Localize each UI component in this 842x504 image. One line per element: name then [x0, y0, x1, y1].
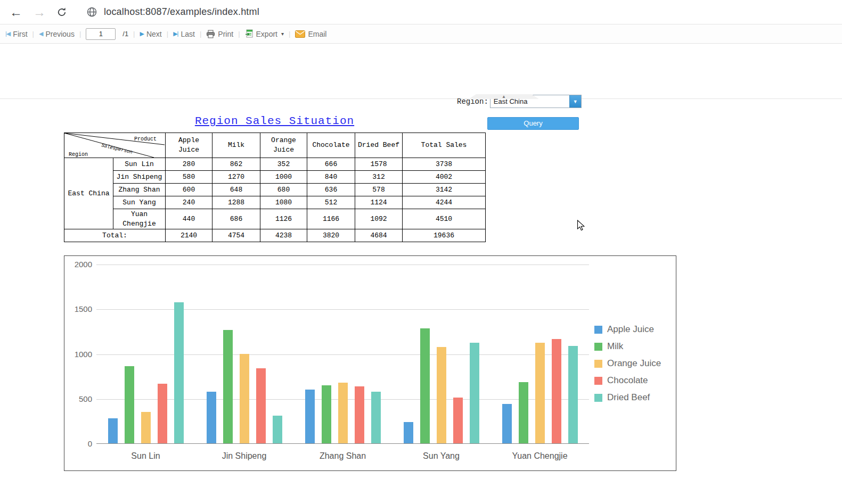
value-cell: 1124: [355, 196, 403, 209]
browser-back-icon[interactable]: ←: [10, 6, 22, 19]
previous-page-icon: ◀: [39, 30, 43, 37]
bar-dried-beef: [568, 346, 578, 443]
first-page-label: First: [13, 30, 27, 38]
y-axis-tick-label: 1000: [68, 350, 92, 359]
bar-milk: [223, 330, 233, 443]
category-label: Jin Shipeng: [195, 451, 293, 461]
address-bar[interactable]: localhost:8087/examples/index.html: [86, 6, 259, 18]
legend-label: Apple Juice: [607, 324, 654, 335]
value-cell: 648: [212, 184, 260, 196]
column-header: Milk: [212, 133, 260, 158]
bar-milk: [420, 328, 430, 443]
export-button[interactable]: Export ▾: [245, 29, 284, 38]
last-page-button[interactable]: ▶| Last: [173, 30, 195, 38]
bar-group: [96, 265, 195, 443]
bar-milk: [519, 382, 528, 443]
table-row: Zhang Shan6006486806365783142: [64, 184, 486, 196]
bar-chocolate: [158, 384, 167, 443]
bar-milk: [322, 385, 331, 443]
report-title-link[interactable]: Region Sales Situation: [64, 115, 485, 127]
bar-orange-juice: [437, 347, 446, 443]
export-caret-icon: ▾: [281, 31, 284, 37]
page-number-input[interactable]: [86, 28, 116, 40]
value-cell: 686: [212, 209, 260, 229]
value-cell: 512: [307, 196, 355, 209]
legend-item[interactable]: Orange Juice: [594, 358, 661, 369]
value-cell: 680: [260, 184, 307, 196]
column-header: Orange Juice: [260, 133, 307, 158]
corner-label-salesperson: Salesperson: [101, 143, 133, 155]
value-cell: 3142: [403, 184, 486, 196]
print-button[interactable]: Print: [206, 30, 233, 38]
export-label: Export: [256, 30, 277, 38]
printer-icon: [206, 30, 215, 38]
legend-item[interactable]: Apple Juice: [594, 324, 661, 335]
value-cell: 352: [260, 158, 307, 171]
value-cell: 440: [166, 209, 212, 229]
legend-label: Dried Beef: [607, 392, 650, 403]
bar-dried-beef: [470, 343, 479, 443]
legend-item[interactable]: Chocolate: [594, 375, 661, 386]
toolbar-separator: |: [167, 30, 168, 38]
category-label: Sun Yang: [392, 451, 491, 461]
value-cell: 1270: [212, 171, 260, 184]
bar-apple-juice: [108, 418, 118, 443]
toolbar-separator: |: [200, 30, 201, 38]
legend-swatch: [594, 343, 602, 351]
salesperson-cell: Zhang Shan: [113, 184, 166, 196]
sales-table: Product Salesperson Region Apple JuiceMi…: [64, 133, 486, 242]
total-value-cell: 4238: [260, 229, 307, 242]
bar-apple-juice: [502, 404, 512, 443]
bar-groups: [96, 265, 589, 443]
bar-chocolate: [256, 368, 266, 443]
salesperson-cell: Sun Yang: [113, 196, 166, 209]
next-page-button[interactable]: ▶ Next: [140, 30, 162, 38]
first-page-button[interactable]: |◀ First: [5, 30, 28, 38]
column-header: Total Sales: [403, 133, 486, 158]
print-label: Print: [218, 30, 233, 38]
table-header-row: Product Salesperson Region Apple JuiceMi…: [64, 133, 486, 158]
corner-label-product: Product: [134, 136, 157, 142]
value-cell: 4002: [403, 171, 486, 184]
export-icon: [245, 29, 254, 38]
y-axis-tick-label: 0: [68, 439, 92, 448]
value-cell: 600: [166, 184, 212, 196]
browser-refresh-icon[interactable]: [56, 7, 67, 18]
bar-group: [293, 265, 392, 443]
bar-orange-juice: [141, 412, 151, 443]
bar-dried-beef: [273, 416, 282, 443]
legend-label: Orange Juice: [607, 358, 661, 369]
total-value-cell: 2140: [166, 229, 212, 242]
table-row: East ChinaSun Lin28086235266615783738: [64, 158, 486, 171]
legend-swatch: [594, 360, 602, 368]
y-axis-tick-label: 500: [68, 394, 92, 403]
bar-chocolate: [552, 339, 561, 443]
last-page-icon: ▶|: [173, 30, 178, 37]
value-cell: 862: [212, 158, 260, 171]
url-text[interactable]: localhost:8087/examples/index.html: [104, 6, 259, 18]
value-cell: 580: [166, 171, 212, 184]
value-cell: 4244: [403, 196, 486, 209]
toolbar-separator: |: [289, 30, 290, 38]
legend-item[interactable]: Dried Beef: [594, 392, 661, 403]
browser-forward-icon[interactable]: →: [33, 6, 46, 19]
y-axis-tick-label: 2000: [68, 260, 92, 269]
toolbar-separator: |: [133, 30, 135, 38]
next-page-icon: ▶: [140, 30, 144, 37]
legend-item[interactable]: Milk: [594, 341, 661, 352]
last-page-label: Last: [181, 30, 194, 38]
column-header: Dried Beef: [355, 133, 403, 158]
email-button[interactable]: Email: [295, 30, 326, 38]
previous-page-button[interactable]: ◀ Previous: [39, 30, 75, 38]
region-dropdown-button[interactable]: ▼: [569, 95, 581, 108]
value-cell: 240: [166, 196, 212, 209]
page-total-label: /1: [122, 30, 128, 38]
bar-group: [195, 265, 293, 443]
bar-chocolate: [355, 386, 364, 443]
bar-chocolate: [453, 398, 463, 443]
total-value-cell: 4754: [212, 229, 260, 242]
bar-orange-juice: [240, 354, 249, 443]
total-value-cell: 19636: [403, 229, 486, 242]
corner-label-region: Region: [69, 152, 88, 158]
collapse-parameter-pane-tab[interactable]: ▲: [469, 94, 539, 99]
